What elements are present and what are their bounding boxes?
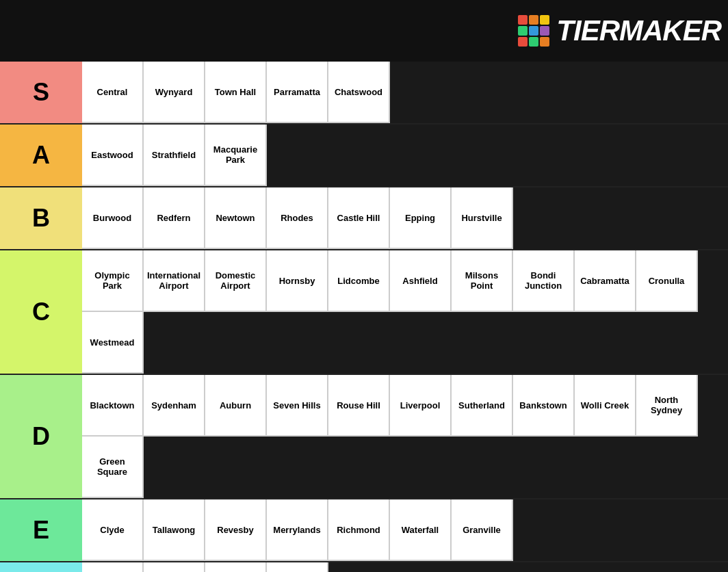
- tier-item[interactable]: Tallawong: [144, 499, 205, 561]
- tier-item[interactable]: Merrylands: [267, 499, 328, 561]
- tier-item[interactable]: Waterfall: [390, 499, 452, 561]
- tier-item[interactable]: Auburn: [205, 375, 267, 437]
- tier-items-A: EastwoodStrathfieldMacquarie Park: [82, 125, 728, 186]
- tier-item[interactable]: Green Square: [82, 437, 144, 498]
- tier-row-A: AEastwoodStrathfieldMacquarie Park: [0, 125, 728, 187]
- tier-item[interactable]: Olympic Park: [82, 250, 144, 312]
- tier-items-C: Olympic ParkInternational AirportDomesti…: [82, 250, 728, 374]
- tier-label-E: E: [0, 499, 82, 561]
- tier-item[interactable]: International Airport: [144, 250, 205, 312]
- tier-item[interactable]: Domestic Airport: [205, 250, 267, 312]
- tier-item[interactable]: Macquarie Park: [205, 125, 267, 186]
- tier-item[interactable]: Strathfield: [144, 125, 205, 186]
- tier-item[interactable]: Eastwood: [82, 125, 144, 186]
- tier-item[interactable]: Westmead: [82, 312, 144, 374]
- tier-row-F: FLeppingtonCampbelltownMount DruittPenri…: [0, 562, 728, 572]
- tier-items-F: LeppingtonCampbelltownMount DruittPenrit…: [82, 562, 728, 572]
- tier-item[interactable]: Rhodes: [267, 187, 328, 249]
- tier-row-S: SCentralWynyardTown HallParramattaChatsw…: [0, 62, 728, 125]
- tier-item[interactable]: Rouse Hill: [328, 375, 390, 437]
- tier-item[interactable]: North Sydney: [636, 375, 698, 437]
- tier-item[interactable]: Clyde: [82, 499, 144, 561]
- tier-item[interactable]: Sydenham: [144, 375, 205, 437]
- logo-text: TiERMAKER: [556, 14, 721, 47]
- tier-item[interactable]: Campbelltown: [144, 562, 205, 572]
- tier-item[interactable]: Lidcombe: [328, 250, 390, 312]
- logo-grid-icon: [518, 15, 549, 47]
- tier-item[interactable]: Redfern: [144, 187, 205, 249]
- tier-item[interactable]: Penrith: [267, 562, 328, 572]
- tier-item[interactable]: Hurstville: [452, 187, 513, 249]
- tier-item[interactable]: Blacktown: [82, 375, 144, 437]
- tier-row-D: DBlacktownSydenhamAuburnSeven HillsRouse…: [0, 375, 728, 499]
- tier-row-C: COlympic ParkInternational AirportDomest…: [0, 250, 728, 375]
- tier-item[interactable]: Revesby: [205, 499, 267, 561]
- tier-item[interactable]: Granville: [452, 499, 513, 561]
- tier-label-B: B: [0, 187, 82, 249]
- tier-item[interactable]: Epping: [390, 187, 452, 249]
- tier-item[interactable]: Liverpool: [390, 375, 452, 437]
- tier-item[interactable]: Ashfield: [390, 250, 452, 312]
- tier-item[interactable]: Sutherland: [452, 375, 513, 437]
- tier-item[interactable]: Cronulla: [636, 250, 698, 312]
- tier-item[interactable]: Wynyard: [144, 62, 205, 123]
- tier-row-B: BBurwoodRedfernNewtownRhodesCastle HillE…: [0, 187, 728, 250]
- tier-item[interactable]: Chatswood: [328, 62, 390, 123]
- tier-item[interactable]: Castle Hill: [328, 187, 390, 249]
- tier-item[interactable]: Parramatta: [267, 62, 328, 123]
- tier-container: SCentralWynyardTown HallParramattaChatsw…: [0, 62, 728, 572]
- tier-row-E: EClydeTallawongRevesbyMerrylandsRichmond…: [0, 499, 728, 562]
- tier-items-S: CentralWynyardTown HallParramattaChatswo…: [82, 62, 728, 123]
- tier-label-A: A: [0, 125, 82, 186]
- tier-item[interactable]: Town Hall: [205, 62, 267, 123]
- tier-item[interactable]: Milsons Point: [452, 250, 513, 312]
- tier-label-S: S: [0, 62, 82, 123]
- tier-item[interactable]: Newtown: [205, 187, 267, 249]
- tier-item[interactable]: Leppington: [82, 562, 144, 572]
- tier-item[interactable]: Cabramatta: [575, 250, 636, 312]
- tier-label-F: F: [0, 562, 82, 572]
- tier-item[interactable]: Central: [82, 62, 144, 123]
- tier-item[interactable]: Wolli Creek: [575, 375, 636, 437]
- header: TiERMAKER: [0, 0, 728, 62]
- tier-items-D: BlacktownSydenhamAuburnSeven HillsRouse …: [82, 375, 728, 498]
- tier-item[interactable]: Mount Druitt: [205, 562, 267, 572]
- tier-items-B: BurwoodRedfernNewtownRhodesCastle HillEp…: [82, 187, 728, 249]
- tier-label-D: D: [0, 375, 82, 498]
- tier-item[interactable]: Seven Hills: [267, 375, 328, 437]
- tier-item[interactable]: Bankstown: [513, 375, 575, 437]
- tier-label-C: C: [0, 250, 82, 374]
- tiermaker-logo: TiERMAKER: [518, 14, 721, 47]
- tier-item[interactable]: Bondi Junction: [513, 250, 575, 312]
- tier-items-E: ClydeTallawongRevesbyMerrylandsRichmondW…: [82, 499, 728, 561]
- tier-item[interactable]: Richmond: [328, 499, 390, 561]
- tier-item[interactable]: Burwood: [82, 187, 144, 249]
- tier-item[interactable]: Hornsby: [267, 250, 328, 312]
